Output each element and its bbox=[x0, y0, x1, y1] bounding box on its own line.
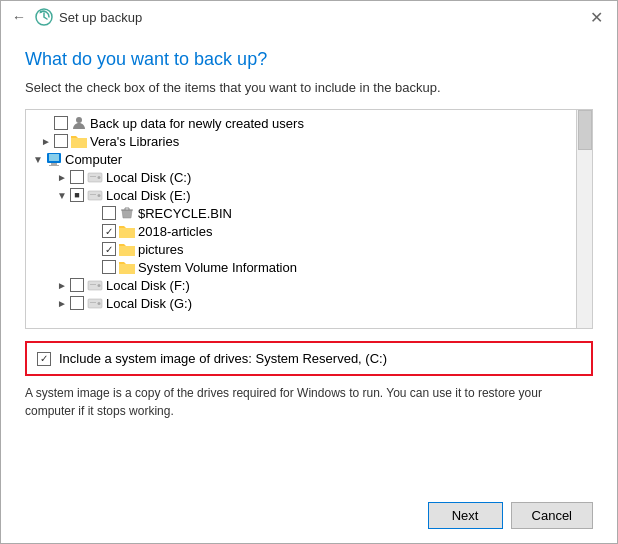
next-button[interactable]: Next bbox=[428, 502, 503, 529]
checkbox-local-disk-f[interactable] bbox=[70, 278, 84, 292]
title-bar: ← Set up backup ✕ bbox=[1, 1, 617, 33]
checkbox-local-disk-g[interactable] bbox=[70, 296, 84, 310]
svg-point-17 bbox=[98, 302, 101, 305]
arrow-computer[interactable]: ▼ bbox=[30, 151, 46, 167]
label-local-disk-f: Local Disk (F:) bbox=[106, 278, 190, 293]
page-title: What do you want to back up? bbox=[25, 49, 593, 70]
svg-rect-18 bbox=[90, 302, 96, 303]
svg-rect-12 bbox=[90, 194, 96, 195]
backup-tree[interactable]: Back up data for newly created users ► V… bbox=[25, 109, 593, 329]
tree-item-local-disk-f[interactable]: ► Local Disk (F:) bbox=[26, 276, 576, 294]
backup-icon bbox=[35, 8, 53, 26]
tree-item-local-disk-g[interactable]: ► Local Disk (G:) bbox=[26, 294, 576, 312]
checkbox-local-disk-c[interactable] bbox=[70, 170, 84, 184]
system-image-box: ✓ Include a system image of drives: Syst… bbox=[25, 341, 593, 376]
content-area: What do you want to back up? Select the … bbox=[1, 33, 617, 492]
label-local-disk-g: Local Disk (G:) bbox=[106, 296, 192, 311]
folder-icon-pictures bbox=[119, 241, 135, 257]
arrow-local-disk-g[interactable]: ► bbox=[54, 295, 70, 311]
svg-point-14 bbox=[98, 284, 101, 287]
tree-item-2018-articles[interactable]: ✓ 2018-articles bbox=[26, 222, 576, 240]
label-recycle-bin: $RECYCLE.BIN bbox=[138, 206, 232, 221]
folder-icon-veras bbox=[71, 133, 87, 149]
tree-scrollbar[interactable] bbox=[576, 110, 592, 328]
tree-item-computer[interactable]: ▼ Computer bbox=[26, 150, 576, 168]
tree-item-veras-libraries[interactable]: ► Vera's Libraries bbox=[26, 132, 576, 150]
drive-icon-c bbox=[87, 169, 103, 185]
svg-rect-15 bbox=[90, 284, 96, 285]
arrow-local-disk-c[interactable]: ► bbox=[54, 169, 70, 185]
label-local-disk-c: Local Disk (C:) bbox=[106, 170, 191, 185]
checkbox-recycle-bin[interactable] bbox=[102, 206, 116, 220]
cancel-button[interactable]: Cancel bbox=[511, 502, 593, 529]
drive-icon-e bbox=[87, 187, 103, 203]
label-pictures: pictures bbox=[138, 242, 184, 257]
user-icon bbox=[71, 115, 87, 131]
checkbox-pictures[interactable]: ✓ bbox=[102, 242, 116, 256]
window-title: Set up backup bbox=[59, 10, 142, 25]
arrow-veras-libraries[interactable]: ► bbox=[38, 133, 54, 149]
tree-item-local-disk-e[interactable]: ▼ ■ Local Disk (E:) bbox=[26, 186, 576, 204]
back-button[interactable]: ← bbox=[9, 7, 29, 27]
scrollbar-thumb[interactable] bbox=[578, 110, 592, 150]
folder-icon-2018 bbox=[119, 223, 135, 239]
label-local-disk-e: Local Disk (E:) bbox=[106, 188, 191, 203]
checkbox-system-volume[interactable] bbox=[102, 260, 116, 274]
subtitle: Select the check box of the items that y… bbox=[25, 80, 593, 95]
svg-point-8 bbox=[98, 176, 101, 179]
system-image-description: A system image is a copy of the drives r… bbox=[25, 384, 593, 420]
folder-icon-sysvolume bbox=[119, 259, 135, 275]
recycle-icon bbox=[119, 205, 135, 221]
tree-item-recycle-bin[interactable]: $RECYCLE.BIN bbox=[26, 204, 576, 222]
drive-icon-f bbox=[87, 277, 103, 293]
svg-rect-5 bbox=[51, 163, 57, 165]
tree-item-system-volume[interactable]: System Volume Information bbox=[26, 258, 576, 276]
svg-rect-6 bbox=[49, 165, 59, 166]
svg-rect-9 bbox=[90, 176, 96, 177]
drive-icon-g bbox=[87, 295, 103, 311]
svg-point-2 bbox=[76, 117, 82, 123]
title-bar-left: ← Set up backup bbox=[9, 7, 142, 27]
footer: Next Cancel bbox=[1, 492, 617, 543]
checkbox-newly-created-users[interactable] bbox=[54, 116, 68, 130]
close-button[interactable]: ✕ bbox=[583, 4, 609, 30]
label-veras-libraries: Vera's Libraries bbox=[90, 134, 179, 149]
window: ← Set up backup ✕ What do you want to ba… bbox=[0, 0, 618, 544]
tree-item-local-disk-c[interactable]: ► Local Disk (C:) bbox=[26, 168, 576, 186]
tree-item-pictures[interactable]: ✓ pictures bbox=[26, 240, 576, 258]
arrow-local-disk-e[interactable]: ▼ bbox=[54, 187, 70, 203]
svg-point-11 bbox=[98, 194, 101, 197]
checkbox-2018-articles[interactable]: ✓ bbox=[102, 224, 116, 238]
label-computer: Computer bbox=[65, 152, 122, 167]
checkbox-local-disk-e[interactable]: ■ bbox=[70, 188, 84, 202]
checkbox-veras-libraries[interactable] bbox=[54, 134, 68, 148]
checkbox-system-image[interactable]: ✓ bbox=[37, 352, 51, 366]
arrow-local-disk-f[interactable]: ► bbox=[54, 277, 70, 293]
computer-icon bbox=[46, 151, 62, 167]
svg-rect-4 bbox=[49, 154, 59, 161]
system-image-label: Include a system image of drives: System… bbox=[59, 351, 387, 366]
label-2018-articles: 2018-articles bbox=[138, 224, 212, 239]
label-newly-created-users: Back up data for newly created users bbox=[90, 116, 304, 131]
label-system-volume: System Volume Information bbox=[138, 260, 297, 275]
tree-item-newly-created-users[interactable]: Back up data for newly created users bbox=[26, 114, 576, 132]
